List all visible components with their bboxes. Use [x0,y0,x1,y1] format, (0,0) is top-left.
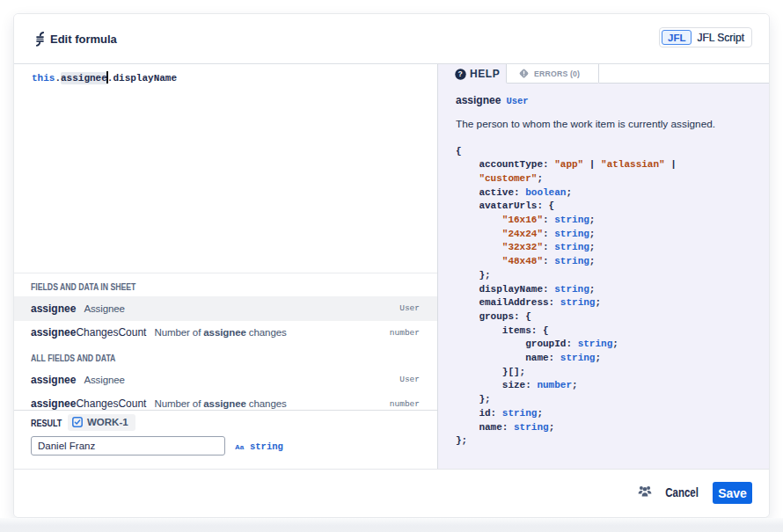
svg-text:?: ? [458,69,464,78]
